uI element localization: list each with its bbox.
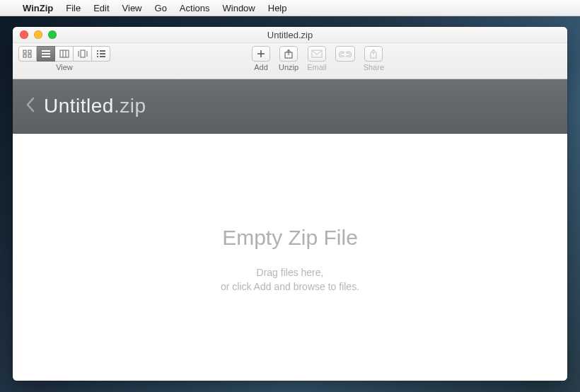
unzip-tool-group: Unzip xyxy=(279,46,298,71)
zoom-button[interactable] xyxy=(48,30,57,39)
menu-help[interactable]: Help xyxy=(268,3,287,13)
add-button[interactable] xyxy=(252,46,270,62)
unzip-icon xyxy=(283,49,294,59)
detail-list-icon xyxy=(96,50,106,58)
svg-rect-11 xyxy=(81,50,85,57)
archive-banner: Untitled.zip xyxy=(13,79,567,134)
toolbar: View Add Unzip xyxy=(13,43,567,79)
view-list-button[interactable] xyxy=(37,46,55,62)
view-coverflow-button[interactable] xyxy=(74,46,92,62)
menu-go[interactable]: Go xyxy=(155,3,167,13)
unzip-button[interactable] xyxy=(279,46,298,62)
empty-line1: Drag files here, xyxy=(257,267,324,278)
view-icon-grid-button[interactable] xyxy=(18,46,37,62)
email-button[interactable] xyxy=(308,46,326,62)
email-label: Email xyxy=(307,63,327,71)
add-tool-group: Add xyxy=(252,46,270,71)
link-icon xyxy=(339,50,352,57)
columns-icon xyxy=(59,50,69,58)
menu-edit[interactable]: Edit xyxy=(93,3,109,13)
svg-rect-7 xyxy=(60,50,69,57)
plus-icon xyxy=(256,49,266,59)
share-icon xyxy=(369,49,378,59)
archive-basename: Untitled xyxy=(44,95,114,117)
menu-actions[interactable]: Actions xyxy=(180,3,210,13)
view-tool-group: View xyxy=(18,46,110,71)
view-segmented-control xyxy=(18,46,110,62)
macos-menubar: WinZip File Edit View Go Actions Window … xyxy=(0,0,580,16)
grid-icon xyxy=(23,50,33,58)
view-label: View xyxy=(56,63,73,71)
app-name-menu[interactable]: WinZip xyxy=(23,3,53,13)
menu-window[interactable]: Window xyxy=(223,3,255,13)
share-label: Share xyxy=(364,63,384,71)
add-label: Add xyxy=(254,63,268,71)
window-title: Untitled.zip xyxy=(267,30,313,40)
share-button[interactable] xyxy=(364,46,383,62)
view-detail-list-button[interactable] xyxy=(92,46,110,62)
archive-name: Untitled.zip xyxy=(44,95,146,117)
cloud-tool-group: . xyxy=(335,46,355,71)
empty-title: Empty Zip File xyxy=(222,226,358,250)
email-tool-group: Email xyxy=(307,46,327,71)
archive-extension: .zip xyxy=(114,95,146,117)
close-button[interactable] xyxy=(20,30,28,39)
svg-rect-2 xyxy=(23,54,26,57)
empty-line2: or click Add and browse to files. xyxy=(221,281,359,292)
menu-view[interactable]: View xyxy=(122,3,142,13)
minimize-button[interactable] xyxy=(34,30,42,39)
traffic-lights xyxy=(20,30,57,39)
coverflow-icon xyxy=(78,50,88,58)
menu-file[interactable]: File xyxy=(66,3,81,13)
cloud-button[interactable] xyxy=(335,46,355,62)
envelope-icon xyxy=(311,50,323,58)
window-titlebar[interactable]: Untitled.zip xyxy=(13,27,567,43)
view-columns-button[interactable] xyxy=(55,46,74,62)
svg-rect-1 xyxy=(28,50,31,53)
unzip-label: Unzip xyxy=(279,63,298,71)
svg-rect-0 xyxy=(23,50,26,53)
content-area[interactable]: Empty Zip File Drag files here, or click… xyxy=(13,134,567,381)
back-chevron-icon[interactable] xyxy=(25,96,35,116)
share-tool-group: Share xyxy=(364,46,384,71)
svg-rect-3 xyxy=(28,54,31,57)
list-icon xyxy=(41,50,51,58)
winzip-window: Untitled.zip xyxy=(13,27,567,381)
